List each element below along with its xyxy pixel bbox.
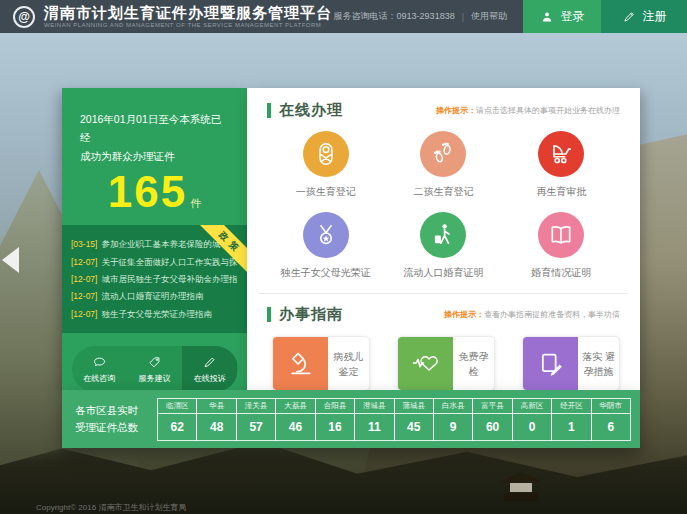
- help-link[interactable]: 使用帮助: [471, 10, 507, 23]
- service-label: 一孩生育登记: [267, 185, 385, 199]
- district-column: 临渭区62: [157, 398, 197, 441]
- district-value: 45: [395, 414, 433, 440]
- certificate-count-row: 165件: [62, 167, 247, 217]
- hint-text: 查看办事指南提前准备资料，事半功倍: [484, 310, 620, 319]
- online-consult-button[interactable]: 在线咨询: [72, 346, 127, 392]
- service-label: 二孩生育登记: [385, 185, 503, 199]
- news-item[interactable]: [12-07]独生子女父母光荣证办理指南: [71, 306, 238, 323]
- register-button[interactable]: 注册: [601, 0, 687, 33]
- heart-pulse-icon: [412, 350, 440, 378]
- district-stats-label-line2: 受理证件总数: [75, 419, 157, 436]
- district-value: 0: [513, 414, 551, 440]
- online-section-title: 在线办理: [279, 101, 343, 120]
- district-value: 60: [473, 414, 511, 440]
- action-label: 在线咨询: [83, 373, 115, 384]
- section-accent-bar: [267, 103, 271, 118]
- news-text: 城市居民独生子女父母补助金办理指南: [101, 274, 238, 284]
- district-column: 白水县9: [433, 398, 473, 441]
- district-name: 合阳县: [316, 399, 354, 414]
- district-name: 临渭区: [158, 399, 196, 414]
- person-icon: [540, 10, 554, 24]
- guide-card-contraception-measures[interactable]: 落实 避孕措施: [522, 336, 620, 391]
- district-stats-label: 各市区县实时 受理证件总数: [75, 402, 157, 436]
- guide-section-header: 办事指南 操作提示：查看办事指南提前准备资料，事半功倍: [267, 305, 620, 324]
- guide-card-label: 病残儿鉴定: [328, 337, 369, 390]
- section-accent-bar: [267, 307, 271, 322]
- service-icon-circle: [303, 212, 349, 258]
- stats-intro-line1: 2016年01月01日至今本系统已经: [80, 110, 229, 147]
- pencil-icon: [202, 355, 217, 370]
- district-stats-label-line1: 各市区县实时: [75, 402, 157, 419]
- service-migrant-marriage-certificate[interactable]: 流动人口婚育证明: [385, 212, 503, 280]
- news-item[interactable]: [12-07]流动人口婚育证明办理指南: [71, 288, 238, 305]
- service-second-child-registration[interactable]: 二孩生育登记: [385, 131, 503, 199]
- service-rebirth-approval[interactable]: 再生育审批: [502, 131, 620, 199]
- service-label: 再生育审批: [502, 185, 620, 199]
- guide-card-label: 落实 避孕措施: [578, 337, 619, 390]
- guide-card-iconbox: [398, 337, 453, 390]
- service-suggestion-button[interactable]: 服务建议: [127, 346, 182, 392]
- district-name: 富平县: [473, 399, 511, 414]
- district-column: 合阳县16: [315, 398, 355, 441]
- online-section-header: 在线办理 操作提示：请点击选择具体的事项开始业务在线办理: [267, 101, 620, 120]
- online-section-hint: 操作提示：请点击选择具体的事项开始业务在线办理: [436, 105, 620, 116]
- top-header-bar: @ 渭南市计划生育证件办理暨服务管理平台 WEINAN PLANNING AND…: [0, 0, 687, 33]
- chat-bubble-icon: [92, 355, 107, 370]
- service-icon-circle: [420, 212, 466, 258]
- district-name: 白水县: [434, 399, 472, 414]
- footprints-icon: [430, 141, 456, 167]
- stats-intro-line2: 成功为群众办理证件: [80, 147, 229, 165]
- news-text: 关于征集全面做好人口工作实践与探索稿件的: [101, 257, 238, 267]
- stats-panel: 2016年01月01日至今本系统已经 成功为群众办理证件 165件 政策 [03…: [62, 88, 247, 390]
- service-icon-circle: [420, 131, 466, 177]
- service-icon-circle: [538, 212, 584, 258]
- district-column: 华县48: [196, 398, 236, 441]
- news-text: 独生子女父母光荣证办理指南: [101, 309, 212, 319]
- service-first-child-registration[interactable]: 一孩生育登记: [267, 131, 385, 199]
- hint-label: 操作提示：: [444, 310, 484, 319]
- guide-card-label: 免费孕检: [453, 337, 494, 390]
- traveler-icon: [430, 222, 456, 248]
- news-date: [12-07]: [71, 291, 97, 301]
- district-column: 华阴市6: [591, 398, 631, 441]
- action-label: 在线投诉: [194, 373, 226, 384]
- news-item[interactable]: [12-07]关于征集全面做好人口工作实践与探索稿件的: [71, 254, 238, 271]
- news-date: [03-15]: [71, 239, 97, 249]
- district-name: 华县: [197, 399, 235, 414]
- quick-actions-pill: 在线咨询 服务建议 在线投诉: [72, 346, 238, 392]
- news-item[interactable]: [12-07]城市居民独生子女父母补助金办理指南: [71, 271, 238, 288]
- district-value: 57: [237, 414, 275, 440]
- news-date: [12-07]: [71, 274, 97, 284]
- service-icon-circle: [303, 131, 349, 177]
- service-marriage-status-certificate[interactable]: 婚育情况证明: [502, 212, 620, 280]
- news-date: [12-07]: [71, 309, 97, 319]
- district-column: 大荔县46: [275, 398, 315, 441]
- header-right: 服务咨询电话：0913-2931838 | 使用帮助 登录 注册: [334, 0, 687, 33]
- hint-label: 操作提示：: [436, 106, 476, 115]
- guide-cards: 病残儿鉴定 免费孕检 落实 避孕措施: [267, 336, 620, 391]
- action-label: 服务建议: [138, 373, 170, 384]
- district-value: 48: [197, 414, 235, 440]
- guide-section-hint: 操作提示：查看办事指南提前准备资料，事半功倍: [444, 309, 620, 320]
- count-unit: 件: [190, 197, 201, 209]
- login-button[interactable]: 登录: [523, 0, 601, 33]
- site-title: 渭南市计划生育证件办理暨服务管理平台: [44, 5, 332, 22]
- district-column: 潼关县57: [236, 398, 276, 441]
- service-only-child-honor-certificate[interactable]: 独生子女父母光荣证: [267, 212, 385, 280]
- news-text: 流动人口婚育证明办理指南: [101, 291, 203, 301]
- policy-news-box: 政策 [03-15]参加企业职工基本养老保险的城市独生子女父 [12-07]关于…: [62, 225, 247, 333]
- main-panel: 在线办理 操作提示：请点击选择具体的事项开始业务在线办理 一孩生育登记: [247, 88, 640, 390]
- online-complaint-button[interactable]: 在线投诉: [182, 346, 237, 392]
- open-book-icon: [548, 222, 574, 248]
- guide-section-title: 办事指南: [279, 305, 343, 324]
- hint-text: 请点击选择具体的事项开始业务在线办理: [476, 106, 620, 115]
- carousel-prev-arrow[interactable]: [2, 247, 19, 273]
- microscope-icon: [287, 350, 315, 378]
- district-column: 蒲城县45: [394, 398, 434, 441]
- news-date: [12-07]: [71, 257, 97, 267]
- guide-card-disabled-child-appraisal[interactable]: 病残儿鉴定: [272, 336, 370, 391]
- swaddled-baby-icon: [313, 141, 339, 167]
- site-logo-icon: @: [13, 6, 35, 28]
- guide-card-free-pregnancy-check[interactable]: 免费孕检: [397, 336, 495, 391]
- service-label: 独生子女父母光荣证: [267, 266, 385, 280]
